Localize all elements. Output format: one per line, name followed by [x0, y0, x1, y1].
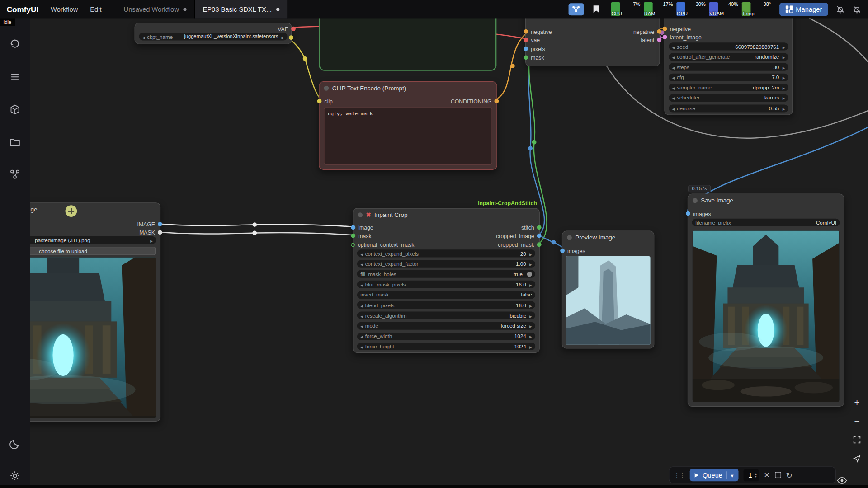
node-title-bar[interactable]: Save Image — [688, 194, 844, 206]
port-dot-clip[interactable] — [289, 35, 293, 40]
widget-sampler-name[interactable]: sampler_namedpmpp_2m — [669, 84, 788, 91]
port-dot[interactable] — [351, 234, 355, 238]
link-neutral-corner[interactable] — [809, 18, 868, 62]
next-value-icon[interactable] — [528, 282, 532, 287]
widget-control-after-generate[interactable]: control_after_generaterandomize — [669, 53, 788, 61]
prev-value-icon[interactable] — [360, 343, 363, 349]
port-dot[interactable] — [351, 225, 355, 230]
load-checkpoint-node[interactable]: VAE ckpt_name juggernautXL_versionXInpai… — [135, 23, 292, 44]
folder-icon[interactable] — [0, 132, 30, 152]
nodes-graph-icon[interactable] — [0, 164, 30, 184]
output-port-stitch[interactable]: stitch — [521, 225, 538, 230]
widget-invert-mask[interactable]: invert_maskfalse — [357, 291, 535, 299]
prev-value-icon[interactable] — [360, 261, 363, 267]
port-dot[interactable] — [663, 35, 667, 39]
widget-steps[interactable]: steps30 — [669, 63, 788, 71]
output-port-cropped-image[interactable]: cropped_image — [496, 233, 538, 239]
widget-fill-mask-holes[interactable]: fill_mask_holestrue — [357, 270, 535, 278]
collapse-icon[interactable] — [693, 198, 698, 203]
next-value-icon[interactable] — [528, 250, 532, 256]
collapse-icon[interactable] — [324, 85, 329, 90]
input-port-clip[interactable]: clip — [321, 99, 333, 104]
link-clip[interactable] — [288, 37, 322, 101]
next-value-icon[interactable] — [781, 105, 785, 111]
widget-scheduler[interactable]: schedulerkarras — [669, 94, 788, 102]
widget-mode[interactable]: modeforced size — [357, 322, 535, 329]
input-port-pixels[interactable]: pixels — [527, 46, 545, 52]
widget-denoise[interactable]: denoise0.55 — [669, 104, 788, 112]
output-port-mask[interactable]: MASK — [139, 230, 159, 235]
input-port-images[interactable]: images — [689, 211, 711, 216]
widget-seed[interactable]: seed660979820889761 — [669, 42, 788, 50]
reroute-dot[interactable] — [510, 64, 515, 68]
widget-blend-pixels[interactable]: blend_pixels16.0 — [357, 301, 535, 309]
prev-value-icon[interactable] — [360, 250, 363, 256]
next-value-icon[interactable] — [528, 343, 532, 349]
select-mode-icon[interactable] — [851, 453, 862, 464]
bell-icon-1[interactable] — [836, 5, 845, 14]
prev-value-icon[interactable] — [672, 84, 675, 90]
prompt-textarea[interactable]: ugly, watermark — [324, 108, 492, 165]
widget-blur-mask-pixels[interactable]: blur_mask_pixels16.0 — [357, 281, 535, 288]
prev-value-icon[interactable] — [672, 105, 675, 111]
prev-value-icon[interactable] — [142, 33, 145, 39]
reroute-dot[interactable] — [528, 146, 533, 150]
prev-value-icon[interactable] — [360, 333, 363, 339]
port-dot[interactable] — [657, 38, 661, 42]
output-port-cropped-mask[interactable]: cropped_mask — [498, 242, 538, 247]
input-port-image[interactable]: image — [354, 225, 373, 230]
prev-value-icon[interactable] — [360, 323, 363, 328]
input-port-negative[interactable]: negative — [527, 29, 552, 34]
port-dot[interactable] — [657, 29, 661, 34]
node-title-bar[interactable]: ✖ Inpaint Crop — [353, 209, 539, 221]
input-port-optional-context-mask[interactable]: optional_context_mask — [354, 242, 415, 247]
next-value-icon[interactable] — [781, 64, 785, 70]
output-port-latent[interactable]: latent — [641, 37, 658, 42]
reroute-dot[interactable] — [252, 222, 257, 227]
reroute-dot[interactable] — [303, 56, 307, 61]
next-value-icon[interactable] — [781, 74, 785, 80]
refresh-icon[interactable] — [786, 470, 792, 479]
input-port-latent-image[interactable]: latent_image — [666, 34, 702, 40]
next-value-icon[interactable] — [149, 237, 153, 243]
batch-stepper[interactable]: ▴▾ — [755, 472, 757, 478]
port-dot[interactable] — [537, 234, 542, 238]
input-port-negative[interactable]: negative — [666, 26, 691, 32]
next-value-icon[interactable] — [528, 312, 532, 318]
port-dot[interactable] — [494, 99, 499, 103]
manager-button[interactable]: Manager — [779, 3, 828, 16]
save-image-node[interactable]: 0.157s Save Image images filename_prefix… — [688, 194, 844, 407]
menu-workflow[interactable]: Workflow — [51, 5, 78, 13]
widget-ckpt-name[interactable]: ckpt_name juggernautXL_versionXInpaint.s… — [139, 33, 287, 40]
output-port-image[interactable]: IMAGE — [137, 221, 159, 227]
widget-force-height[interactable]: force_height1024 — [357, 343, 535, 350]
output-port-vae[interactable]: VAE — [278, 26, 290, 32]
collapse-icon[interactable] — [567, 235, 572, 240]
bell-icon-2[interactable] — [853, 5, 862, 14]
port-dot[interactable] — [524, 47, 528, 51]
port-dot[interactable] — [158, 222, 162, 226]
prev-value-icon[interactable] — [672, 74, 675, 80]
output-port-negative[interactable]: negative — [633, 29, 658, 34]
toggle-icon[interactable] — [527, 272, 532, 277]
port-dot[interactable] — [524, 29, 528, 34]
zoom-out-icon[interactable] — [851, 416, 862, 427]
tab-active-workflow[interactable]: EP03 Basic SDXL TX... — [194, 0, 288, 18]
queue-button[interactable]: Queue — [690, 469, 739, 481]
drag-handle-icon[interactable]: ⋮⋮ — [674, 471, 684, 479]
reroute-dot[interactable] — [532, 140, 537, 145]
next-value-icon[interactable] — [280, 33, 284, 39]
widget-rescale-algorithm[interactable]: rescale_algorithmbicubic — [357, 312, 535, 319]
next-value-icon[interactable] — [781, 43, 785, 49]
next-value-icon[interactable] — [528, 302, 532, 308]
prev-value-icon[interactable] — [672, 54, 675, 60]
port-dot[interactable] — [351, 243, 355, 247]
settings-gear-icon[interactable] — [0, 466, 30, 486]
toggle-visibility-icon[interactable] — [837, 477, 847, 484]
port-dot[interactable] — [663, 27, 667, 31]
widget-force-width[interactable]: force_width1024 — [357, 332, 535, 340]
prev-value-icon[interactable] — [672, 95, 675, 101]
node-title-bar[interactable]: CLIP Text Encode (Prompt) — [320, 82, 497, 94]
preview-image-node[interactable]: Preview Image images — [562, 231, 654, 349]
widget-context-expand-pixels[interactable]: context_expand_pixels20 — [357, 249, 535, 257]
